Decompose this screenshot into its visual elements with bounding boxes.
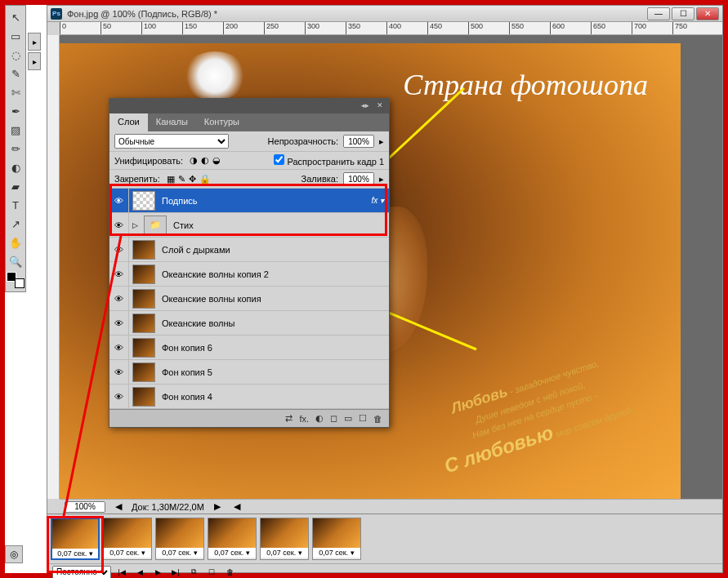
timeline-frame[interactable]: 0,07 сек. ▾	[103, 518, 152, 560]
layer-row[interactable]: 👁Океанские волны	[109, 311, 389, 336]
tab-layers[interactable]: Слои	[109, 113, 148, 131]
tab-channels[interactable]: Каналы	[148, 113, 196, 131]
visibility-icon[interactable]: 👁	[109, 287, 129, 310]
blend-mode-select[interactable]: Обычные	[114, 134, 229, 149]
play-button[interactable]: ▶	[150, 567, 165, 578]
layer-row[interactable]: 👁Фон копия 4	[109, 385, 389, 409]
minimize-button[interactable]: —	[647, 7, 670, 20]
layer-thumb	[132, 362, 155, 382]
first-frame-button[interactable]: |◀	[114, 567, 129, 578]
tween-button[interactable]: ⧉	[186, 567, 201, 578]
tool-stamp[interactable]: ▨	[7, 121, 25, 139]
timeline-frame[interactable]: 0,07 сек. ▾	[312, 518, 361, 560]
layer-row[interactable]: 👁Подписьfx ▾	[109, 189, 389, 213]
tool-hand[interactable]: ✋	[7, 233, 25, 251]
new-layer-icon[interactable]: ☐	[359, 413, 367, 424]
adjustment-icon[interactable]: ◻	[330, 413, 337, 424]
lock-icons: ▦✎✥🔒	[165, 174, 212, 185]
group-icon[interactable]: ▭	[344, 413, 352, 424]
frame-thumb	[208, 518, 256, 548]
frame-duration[interactable]: 0,07 сек. ▾	[313, 548, 360, 558]
status-bar: ◀ Док: 1,30M/22,0M ▶ ◀	[60, 499, 722, 514]
lock-position-icon[interactable]: ✥	[189, 174, 196, 184]
link-layers-icon[interactable]: ⇄	[285, 413, 293, 424]
frame-duration[interactable]: 0,07 сек. ▾	[261, 548, 308, 558]
tool-crop[interactable]: ✎	[7, 64, 25, 82]
tool-zoom[interactable]: 🔍	[7, 252, 25, 270]
loop-select[interactable]: Постоянно	[52, 566, 111, 579]
doc-size: Док: 1,30M/22,0M	[132, 502, 204, 512]
tool-move[interactable]: ↖	[7, 8, 25, 26]
opacity-arrow-icon[interactable]: ▸	[379, 136, 384, 147]
lock-all-icon[interactable]: 🔒	[199, 174, 211, 184]
visibility-icon[interactable]: 👁	[109, 189, 129, 212]
unify-icon-2[interactable]: ◐	[201, 155, 209, 165]
delete-frame-button[interactable]: 🗑	[222, 567, 237, 578]
timeline-frame[interactable]: 0,07 сек. ▾	[51, 518, 100, 560]
propagate-checkbox[interactable]	[274, 154, 284, 165]
prev-frame-button[interactable]: ◀	[132, 567, 147, 578]
timeline-frame[interactable]: 0,07 сек. ▾	[155, 518, 204, 560]
status-arrow-right[interactable]: ▶	[211, 501, 224, 512]
layer-row[interactable]: 👁Фон копия 6	[109, 336, 389, 360]
visibility-icon[interactable]: 👁	[109, 385, 129, 408]
lock-transparent-icon[interactable]: ▦	[167, 174, 175, 184]
layer-row[interactable]: 👁Океанские волны копия	[109, 287, 389, 311]
layer-row[interactable]: 👁Слой с дырками	[109, 238, 389, 262]
unify-icon-3[interactable]: ◒	[212, 155, 221, 165]
tool-path[interactable]: ↗	[7, 215, 25, 233]
tool-type[interactable]: T	[7, 196, 25, 214]
layer-name: Фон копия 4	[159, 392, 389, 402]
timeline-frame[interactable]: 0,07 сек. ▾	[260, 518, 309, 560]
mask-icon[interactable]: ◐	[315, 413, 324, 424]
fill-arrow-icon[interactable]: ▸	[379, 174, 384, 185]
status-arrow-left-2[interactable]: ◀	[230, 501, 243, 512]
visibility-icon[interactable]: 👁	[109, 360, 129, 384]
tool-blur[interactable]: ▰	[7, 177, 25, 195]
flower-graphic	[182, 51, 248, 100]
visibility-icon[interactable]: 👁	[109, 262, 129, 286]
fx-icon[interactable]: fx.	[299, 414, 309, 424]
frame-duration[interactable]: 0,07 сек. ▾	[208, 548, 256, 558]
panel-toggle-1[interactable]: ▸	[28, 33, 41, 51]
maximize-button[interactable]: ☐	[672, 7, 695, 20]
fill-input[interactable]	[343, 172, 374, 185]
layer-row[interactable]: 👁Фон копия 5	[109, 360, 389, 385]
frame-duration[interactable]: 0,07 сек. ▾	[52, 549, 98, 558]
frame-duration[interactable]: 0,07 сек. ▾	[104, 548, 151, 558]
timeline-frame[interactable]: 0,07 сек. ▾	[208, 518, 257, 560]
tool-lasso[interactable]: ◌	[7, 46, 25, 64]
layer-row[interactable]: 👁Океанские волны копия 2	[109, 262, 389, 287]
visibility-icon[interactable]: 👁	[109, 336, 129, 359]
frame-duration[interactable]: 0,07 сек. ▾	[156, 548, 203, 558]
new-frame-button[interactable]: ☐	[204, 567, 219, 578]
tool-eraser[interactable]: ✏	[7, 140, 25, 158]
tool-slice[interactable]: ✄	[7, 83, 25, 101]
panel-collapse-icon[interactable]: ◂▸	[360, 101, 371, 111]
color-swatch[interactable]	[7, 272, 25, 288]
close-button[interactable]: ✕	[696, 7, 719, 20]
next-frame-button[interactable]: ▶|	[168, 567, 183, 578]
status-arrow-left[interactable]: ◀	[112, 501, 125, 512]
panel-close-icon[interactable]: ✕	[374, 101, 386, 111]
layer-row[interactable]: 👁▷📁Стих	[109, 213, 389, 238]
visibility-icon[interactable]: 👁	[109, 311, 129, 335]
ruler-tick: 200	[223, 22, 238, 35]
layer-thumb	[132, 191, 155, 211]
tool-brush[interactable]: ✒	[7, 102, 25, 120]
tab-paths[interactable]: Контуры	[196, 113, 248, 131]
unify-icon-1[interactable]: ◑	[190, 155, 198, 165]
opacity-input[interactable]	[343, 135, 374, 148]
tool-gradient[interactable]: ◐	[7, 158, 25, 176]
panel-header[interactable]: ◂▸ ✕	[109, 99, 389, 113]
tool-marquee[interactable]: ▭	[7, 27, 25, 45]
quick-mask-button[interactable]: ◎	[5, 545, 23, 563]
delete-layer-icon[interactable]: 🗑	[373, 414, 382, 424]
visibility-icon[interactable]: 👁	[109, 213, 129, 237]
lock-paint-icon[interactable]: ✎	[178, 174, 185, 184]
panel-toggle-2[interactable]: ▸	[28, 52, 41, 70]
zoom-input[interactable]	[65, 501, 105, 513]
fx-badge[interactable]: fx ▾	[366, 196, 389, 205]
visibility-icon[interactable]: 👁	[109, 238, 129, 261]
expand-icon[interactable]: ▷	[129, 221, 141, 229]
